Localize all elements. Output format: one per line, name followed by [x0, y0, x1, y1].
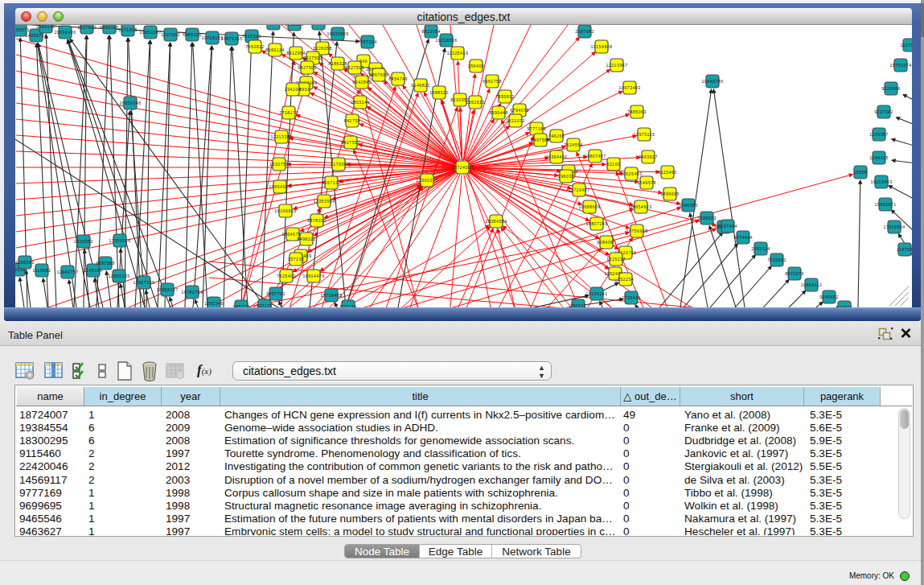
svg-text:16210643: 16210643 — [870, 179, 892, 184]
svg-text:19218506: 19218506 — [435, 38, 457, 43]
svg-text:1065326: 1065326 — [285, 25, 304, 27]
svg-text:10756928: 10756928 — [626, 229, 647, 233]
svg-text:1527602: 1527602 — [161, 32, 180, 37]
svg-text:19654923: 19654923 — [269, 184, 290, 189]
svg-text:17016504: 17016504 — [883, 225, 905, 229]
svg-text:1244415: 1244415 — [869, 155, 889, 160]
svg-text:2935114: 2935114 — [751, 246, 770, 251]
svg-text:7955812: 7955812 — [495, 94, 515, 99]
svg-text:10648786: 10648786 — [701, 79, 723, 84]
svg-text:14055714: 14055714 — [25, 33, 47, 38]
svg-text:9084067: 9084067 — [597, 240, 616, 245]
svg-text:8990448: 8990448 — [489, 110, 508, 115]
svg-text:9899695: 9899695 — [660, 192, 680, 196]
svg-text:9242845: 9242845 — [352, 80, 372, 84]
svg-text:9827505: 9827505 — [298, 65, 317, 70]
svg-text:9227342: 9227342 — [874, 109, 893, 114]
svg-text:19166829: 19166829 — [274, 208, 296, 213]
svg-text:6466160: 6466160 — [100, 25, 119, 30]
svg-text:8427552: 8427552 — [341, 140, 360, 145]
svg-text:156409: 156409 — [468, 64, 484, 68]
svg-text:10958107: 10958107 — [156, 287, 178, 292]
svg-text:14136141: 14136141 — [585, 291, 607, 296]
svg-text:4267130: 4267130 — [322, 180, 341, 185]
svg-text:6794078: 6794078 — [510, 108, 529, 113]
svg-text:1615132: 1615132 — [606, 257, 626, 262]
svg-text:6466160: 6466160 — [183, 32, 202, 37]
svg-text:234204: 234204 — [285, 87, 301, 92]
svg-text:15751074: 15751074 — [889, 63, 911, 68]
svg-text:10688609: 10688609 — [578, 204, 600, 209]
svg-text:6961758: 6961758 — [483, 79, 502, 84]
svg-text:196037: 196037 — [558, 174, 574, 179]
svg-text:9397588: 9397588 — [96, 261, 115, 266]
svg-text:7485063: 7485063 — [627, 109, 647, 114]
svg-text:7625402: 7625402 — [277, 274, 296, 278]
svg-text:7663822: 7663822 — [245, 44, 265, 49]
svg-text:19654923: 19654923 — [630, 204, 651, 209]
svg-text:1071915: 1071915 — [118, 27, 138, 32]
svg-text:1588520: 1588520 — [429, 90, 449, 95]
svg-text:17957255: 17957255 — [133, 280, 154, 285]
svg-text:17359926: 17359926 — [109, 238, 130, 243]
svg-text:12353594: 12353594 — [313, 199, 335, 204]
svg-text:9146821: 9146821 — [411, 83, 430, 88]
svg-text:16033809: 16033809 — [326, 31, 348, 36]
svg-text:1209387: 1209387 — [869, 132, 889, 137]
svg-text:2803144: 2803144 — [351, 100, 370, 105]
svg-text:1640995: 1640995 — [679, 203, 698, 208]
svg-text:157233: 157233 — [288, 257, 304, 262]
svg-text:1905571: 1905571 — [15, 27, 30, 32]
svg-text:9197444: 9197444 — [718, 224, 737, 229]
svg-text:15958: 15958 — [854, 170, 868, 175]
svg-text:62160: 62160 — [607, 162, 621, 167]
svg-text:16782759: 16782759 — [181, 290, 203, 295]
svg-text:2867608: 2867608 — [369, 72, 388, 77]
svg-text:10807487: 10807487 — [584, 154, 606, 159]
svg-text:18807249: 18807249 — [585, 221, 607, 226]
svg-text:12213389: 12213389 — [270, 134, 292, 139]
svg-text:746266: 746266 — [548, 134, 565, 138]
svg-text:16914479: 16914479 — [302, 274, 324, 278]
svg-text:9245652: 9245652 — [819, 295, 839, 299]
svg-text:12975115: 12975115 — [634, 132, 655, 137]
svg-text:20691406: 20691406 — [54, 30, 76, 35]
svg-text:842755: 842755 — [344, 118, 360, 123]
svg-text:7857224: 7857224 — [358, 39, 377, 44]
svg-text:15300215: 15300215 — [416, 178, 437, 183]
svg-text:1549578: 1549578 — [637, 180, 656, 185]
svg-text:8454749: 8454749 — [388, 76, 408, 81]
svg-text:20053346: 20053346 — [119, 101, 141, 105]
svg-text:12942757: 12942757 — [56, 270, 78, 274]
svg-text:9115460: 9115460 — [658, 170, 676, 175]
svg-text:116753: 116753 — [897, 247, 912, 252]
svg-text:317004: 317004 — [331, 162, 347, 167]
svg-text:6497568: 6497568 — [531, 138, 550, 142]
svg-text:1292346: 1292346 — [204, 301, 224, 306]
svg-text:3624554: 3624554 — [564, 142, 583, 147]
svg-text:1117334: 1117334 — [901, 43, 912, 47]
svg-text:10671355: 10671355 — [220, 36, 242, 41]
svg-text:1963141: 1963141 — [309, 25, 328, 26]
svg-text:20364436: 20364436 — [545, 154, 567, 159]
svg-text:3226058: 3226058 — [313, 46, 332, 51]
svg-text:9463627: 9463627 — [639, 154, 658, 159]
svg-text:15716485: 15716485 — [320, 293, 342, 298]
svg-text:10154808: 10154808 — [590, 44, 612, 49]
svg-text:10973493: 10973493 — [618, 85, 640, 90]
svg-text:18724007: 18724007 — [451, 165, 473, 170]
svg-text:9457791: 9457791 — [266, 291, 285, 296]
svg-text:9327503: 9327503 — [303, 56, 322, 60]
svg-text:1621072: 1621072 — [506, 118, 525, 123]
svg-text:1362615: 1362615 — [466, 100, 485, 105]
svg-text:10653267: 10653267 — [139, 30, 161, 35]
svg-text:19384554: 19384554 — [485, 219, 507, 224]
svg-text:1265061: 1265061 — [15, 260, 35, 265]
svg-text:2087682: 2087682 — [575, 29, 594, 34]
svg-text:5938923: 5938923 — [697, 216, 717, 220]
svg-text:12505135: 12505135 — [108, 274, 129, 278]
svg-text:12213967: 12213967 — [606, 63, 627, 68]
svg-text:1115682: 1115682 — [33, 268, 51, 273]
svg-text:8813054: 8813054 — [421, 29, 441, 34]
svg-text:15692971: 15692971 — [874, 202, 896, 207]
